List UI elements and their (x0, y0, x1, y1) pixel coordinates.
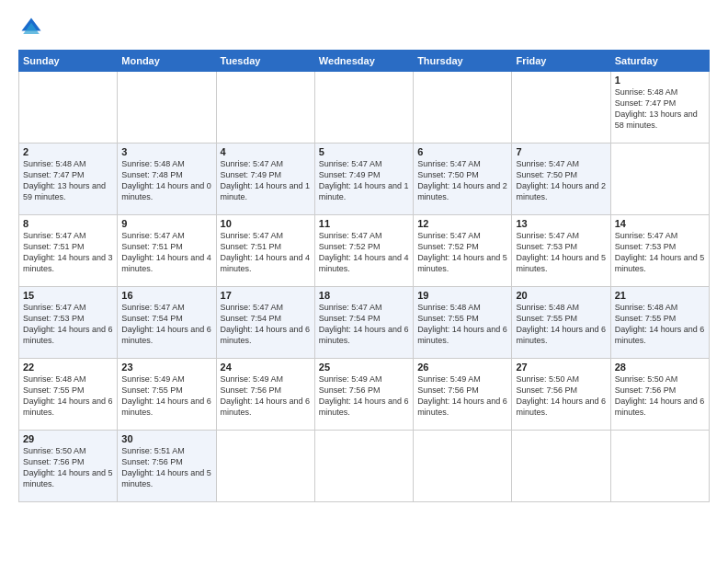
calendar-cell: 17Sunrise: 5:47 AMSunset: 7:54 PMDayligh… (216, 287, 314, 359)
day-number: 11 (319, 218, 409, 229)
calendar-cell: 23Sunrise: 5:49 AMSunset: 7:55 PMDayligh… (118, 359, 216, 431)
day-info: Sunrise: 5:47 AMSunset: 7:51 PMDaylight:… (121, 230, 211, 275)
sunset-text: Sunset: 7:48 PM (121, 170, 183, 179)
calendar-cell: 28Sunrise: 5:50 AMSunset: 7:56 PMDayligh… (610, 359, 709, 431)
day-info: Sunrise: 5:50 AMSunset: 7:56 PMDaylight:… (516, 373, 606, 419)
sunset-text: Sunset: 7:56 PM (615, 385, 677, 395)
daylight-label: Daylight: 14 hours and 0 minutes. (121, 181, 211, 201)
day-info: Sunrise: 5:48 AMSunset: 7:55 PMDaylight:… (615, 302, 705, 347)
sunset-text: Sunset: 7:52 PM (319, 242, 381, 251)
col-friday: Friday (512, 51, 610, 72)
week-row-4: 15Sunrise: 5:47 AMSunset: 7:53 PMDayligh… (19, 287, 710, 359)
sunset-text: Sunset: 7:53 PM (23, 314, 85, 323)
col-wednesday: Wednesday (314, 51, 413, 72)
sunrise-text: Sunrise: 5:47 AM (121, 231, 185, 240)
sunrise-text: Sunrise: 5:47 AM (516, 159, 579, 168)
sunrise-text: Sunrise: 5:47 AM (121, 303, 185, 312)
header (18, 15, 710, 40)
calendar-cell: 27Sunrise: 5:50 AMSunset: 7:56 PMDayligh… (512, 359, 610, 431)
calendar-cell (414, 72, 512, 144)
day-info: Sunrise: 5:47 AMSunset: 7:52 PMDaylight:… (417, 230, 507, 275)
sunset-text: Sunset: 7:53 PM (516, 242, 577, 251)
sunrise-text: Sunrise: 5:48 AM (417, 303, 481, 312)
daylight-label: Daylight: 14 hours and 1 minute. (221, 181, 311, 201)
calendar-body: 1Sunrise: 5:48 AMSunset: 7:47 PMDaylight… (19, 72, 710, 502)
col-sunday: Sunday (19, 51, 118, 72)
day-info: Sunrise: 5:48 AMSunset: 7:47 PMDaylight:… (23, 158, 113, 203)
day-number: 23 (121, 362, 211, 373)
day-number: 13 (516, 218, 606, 229)
sunrise-text: Sunrise: 5:47 AM (417, 231, 481, 240)
week-row-3: 8Sunrise: 5:47 AMSunset: 7:51 PMDaylight… (19, 215, 710, 287)
day-number: 22 (23, 362, 113, 373)
sunset-text: Sunset: 7:47 PM (23, 170, 85, 179)
day-number: 8 (23, 218, 113, 229)
calendar-cell: 21Sunrise: 5:48 AMSunset: 7:55 PMDayligh… (610, 287, 709, 359)
sunset-text: Sunset: 7:51 PM (121, 242, 183, 251)
day-info: Sunrise: 5:51 AMSunset: 7:56 PMDaylight:… (121, 445, 211, 490)
page: Sunday Monday Tuesday Wednesday Thursday… (0, 0, 728, 563)
daylight-label: Daylight: 14 hours and 5 minutes. (23, 468, 113, 488)
sunrise-text: Sunrise: 5:49 AM (121, 374, 185, 384)
sunset-text: Sunset: 7:56 PM (516, 385, 577, 395)
day-info: Sunrise: 5:47 AMSunset: 7:54 PMDaylight:… (121, 302, 211, 347)
day-info: Sunrise: 5:48 AMSunset: 7:47 PMDaylight:… (615, 86, 705, 132)
daylight-label: Daylight: 14 hours and 2 minutes. (516, 181, 606, 201)
week-row-5: 22Sunrise: 5:48 AMSunset: 7:55 PMDayligh… (19, 359, 710, 431)
calendar-cell: 2Sunrise: 5:48 AMSunset: 7:47 PMDaylight… (19, 144, 118, 215)
week-row-2: 2Sunrise: 5:48 AMSunset: 7:47 PMDaylight… (19, 144, 710, 215)
day-info: Sunrise: 5:50 AMSunset: 7:56 PMDaylight:… (615, 373, 705, 419)
sunrise-text: Sunrise: 5:48 AM (121, 159, 185, 168)
daylight-label: Daylight: 14 hours and 6 minutes. (516, 396, 606, 417)
day-info: Sunrise: 5:47 AMSunset: 7:52 PMDaylight:… (319, 230, 409, 275)
col-tuesday: Tuesday (216, 51, 314, 72)
day-number: 20 (516, 290, 606, 301)
day-number: 3 (121, 146, 211, 157)
daylight-label: Daylight: 14 hours and 5 minutes. (615, 253, 705, 273)
calendar-cell (512, 431, 610, 502)
sunrise-text: Sunrise: 5:47 AM (319, 159, 382, 168)
sunset-text: Sunset: 7:56 PM (417, 385, 479, 395)
sunset-text: Sunset: 7:54 PM (121, 314, 183, 323)
day-info: Sunrise: 5:47 AMSunset: 7:50 PMDaylight:… (417, 158, 507, 203)
calendar-cell: 20Sunrise: 5:48 AMSunset: 7:55 PMDayligh… (512, 287, 610, 359)
logo (18, 15, 48, 40)
sunrise-text: Sunrise: 5:47 AM (319, 231, 382, 240)
calendar-cell: 18Sunrise: 5:47 AMSunset: 7:54 PMDayligh… (314, 287, 413, 359)
calendar-cell (610, 144, 709, 215)
day-info: Sunrise: 5:48 AMSunset: 7:55 PMDaylight:… (516, 302, 606, 347)
daylight-label: Daylight: 14 hours and 6 minutes. (221, 396, 311, 417)
day-info: Sunrise: 5:48 AMSunset: 7:55 PMDaylight:… (417, 302, 507, 347)
day-number: 19 (417, 290, 507, 301)
sunset-text: Sunset: 7:49 PM (319, 170, 381, 179)
day-info: Sunrise: 5:47 AMSunset: 7:54 PMDaylight:… (319, 302, 409, 347)
sunrise-text: Sunrise: 5:47 AM (417, 159, 481, 168)
calendar-cell (610, 431, 709, 502)
daylight-label: Daylight: 14 hours and 6 minutes. (417, 325, 507, 345)
day-number: 5 (319, 146, 409, 157)
day-info: Sunrise: 5:48 AMSunset: 7:55 PMDaylight:… (23, 373, 113, 419)
col-thursday: Thursday (414, 51, 512, 72)
calendar-cell (216, 72, 314, 144)
day-number: 12 (417, 218, 507, 229)
sunrise-text: Sunrise: 5:48 AM (615, 87, 678, 97)
sunset-text: Sunset: 7:56 PM (221, 385, 282, 395)
daylight-label: Daylight: 14 hours and 6 minutes. (417, 396, 507, 417)
logo-icon (18, 15, 44, 40)
calendar-cell: 15Sunrise: 5:47 AMSunset: 7:53 PMDayligh… (19, 287, 118, 359)
daylight-label: Daylight: 14 hours and 6 minutes. (23, 325, 113, 345)
sunrise-text: Sunrise: 5:49 AM (417, 374, 481, 384)
daylight-label: Daylight: 14 hours and 6 minutes. (319, 396, 409, 417)
sunset-text: Sunset: 7:50 PM (516, 170, 577, 179)
sunset-text: Sunset: 7:56 PM (319, 385, 381, 395)
sunrise-text: Sunrise: 5:47 AM (516, 231, 579, 240)
day-number: 24 (221, 362, 311, 373)
sunrise-text: Sunrise: 5:47 AM (319, 303, 382, 312)
day-info: Sunrise: 5:49 AMSunset: 7:56 PMDaylight:… (221, 373, 311, 419)
day-number: 26 (417, 362, 507, 373)
calendar-cell: 19Sunrise: 5:48 AMSunset: 7:55 PMDayligh… (414, 287, 512, 359)
calendar-cell: 22Sunrise: 5:48 AMSunset: 7:55 PMDayligh… (19, 359, 118, 431)
day-number: 7 (516, 146, 606, 157)
day-info: Sunrise: 5:47 AMSunset: 7:51 PMDaylight:… (221, 230, 311, 275)
calendar-header: Sunday Monday Tuesday Wednesday Thursday… (19, 51, 710, 72)
